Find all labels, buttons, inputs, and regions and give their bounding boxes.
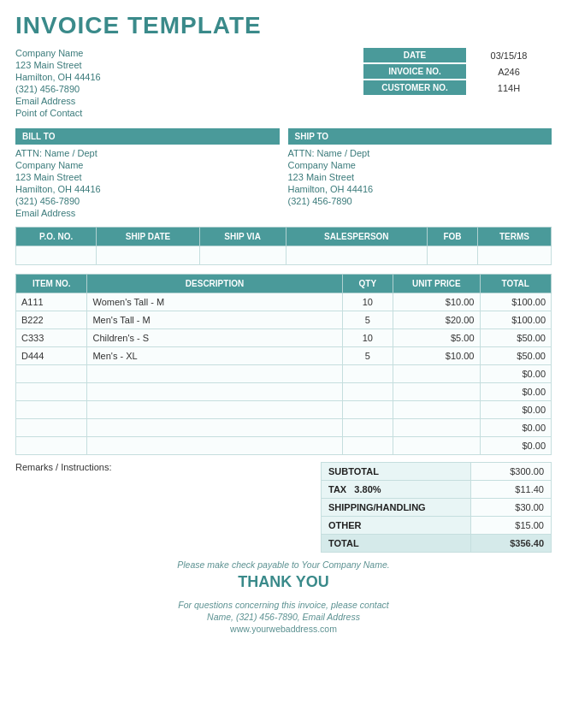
contact-details: Name, (321) 456-7890, Email Address (15, 612, 552, 622)
item-unit-price-cell (393, 401, 480, 419)
item-qty-cell (342, 437, 393, 455)
shipping-value: $30.00 (471, 499, 552, 517)
po-no-header: P.O. NO. (16, 228, 97, 246)
item-no-cell: B222 (16, 311, 87, 329)
description-header: DESCRIPTION (87, 275, 342, 293)
total-label: TOTAL (322, 535, 471, 553)
remarks-section: Remarks / Instructions: (15, 462, 321, 553)
item-unit-price-cell (393, 383, 480, 401)
total-header: TOTAL (480, 275, 552, 293)
item-qty-cell: 10 (342, 293, 393, 311)
bill-to-header: BILL TO (15, 128, 280, 145)
item-row: $0.00 (16, 437, 552, 455)
item-total-cell: $0.00 (480, 365, 552, 383)
ship-to-section: SHIP TO ATTN: Name / Dept Company Name 1… (288, 128, 552, 220)
totals-section: SUBTOTAL $300.00 TAX 3.80% $11.40 SHIPPI… (321, 462, 552, 553)
item-total-cell: $50.00 (480, 329, 552, 347)
tax-label: TAX 3.80% (322, 481, 471, 499)
item-total-cell: $0.00 (480, 383, 552, 401)
item-total-cell: $0.00 (480, 437, 552, 455)
item-qty-cell (342, 419, 393, 437)
item-desc-cell: Children's - S (87, 329, 342, 347)
ship-company: Company Name (288, 160, 552, 170)
company-email: Email Address (15, 96, 101, 106)
item-desc-cell: Men's Tall - M (87, 311, 342, 329)
subtotal-row: SUBTOTAL $300.00 (322, 463, 552, 481)
payable-note: Please make check payable to Your Compan… (15, 559, 552, 570)
customer-no-row: CUSTOMER NO. 114H (363, 80, 552, 95)
ship-date-header: SHIP DATE (97, 228, 199, 246)
invoice-no-row: INVOICE NO. A246 (363, 64, 552, 79)
company-info: Company Name 123 Main Street Hamilton, O… (15, 48, 101, 120)
company-address2: Hamilton, OH 44416 (15, 72, 101, 82)
bill-to-address: ATTN: Name / Dept Company Name 123 Main … (15, 148, 280, 218)
thank-you: THANK YOU (15, 573, 552, 591)
bill-address1: 123 Main Street (15, 172, 280, 182)
shipping-label: SHIPPING/HANDLING (322, 499, 471, 517)
terms-header: TERMS (477, 228, 551, 246)
invoice-title: INVOICE TEMPLATE (15, 12, 552, 39)
item-total-cell: $100.00 (480, 293, 552, 311)
item-qty-cell (342, 401, 393, 419)
item-desc-cell (87, 365, 342, 383)
ship-phone: (321) 456-7890 (288, 196, 552, 206)
shipping-row: SHIPPING/HANDLING $30.00 (322, 499, 552, 517)
item-row: $0.00 (16, 401, 552, 419)
customer-no-label: CUSTOMER NO. (363, 80, 466, 95)
other-row: OTHER $15.00 (322, 517, 552, 535)
item-total-cell: $0.00 (480, 419, 552, 437)
item-row: $0.00 (16, 383, 552, 401)
item-desc-cell (87, 437, 342, 455)
po-no-cell (16, 246, 97, 265)
item-qty-cell: 10 (342, 329, 393, 347)
po-table: P.O. NO. SHIP DATE SHIP VIA SALESPERSON … (15, 227, 552, 265)
item-qty-cell (342, 383, 393, 401)
tax-rate: 3.80% (354, 484, 381, 494)
item-total-cell: $0.00 (480, 401, 552, 419)
item-unit-price-cell: $20.00 (393, 311, 480, 329)
bill-attn: ATTN: Name / Dept (15, 148, 280, 158)
item-unit-price-cell: $5.00 (393, 329, 480, 347)
item-row: $0.00 (16, 419, 552, 437)
item-row: C333 Children's - S 10 $5.00 $50.00 (16, 329, 552, 347)
qty-header: QTY (342, 275, 393, 293)
bill-email: Email Address (15, 208, 280, 218)
item-unit-price-cell: $10.00 (393, 347, 480, 365)
item-qty-cell: 5 (342, 347, 393, 365)
ship-via-header: SHIP VIA (199, 228, 286, 246)
company-contact: Point of Contact (15, 108, 101, 118)
invoice-no-value: A246 (466, 65, 552, 79)
item-row: D444 Men's - XL 5 $10.00 $50.00 (16, 347, 552, 365)
total-value: $356.40 (471, 535, 552, 553)
date-row: DATE 03/15/18 (363, 48, 552, 62)
bill-address2: Hamilton, OH 44416 (15, 184, 280, 194)
item-row: A111 Women's Tall - M 10 $10.00 $100.00 (16, 293, 552, 311)
item-no-cell (16, 365, 87, 383)
item-no-cell: C333 (16, 329, 87, 347)
invoice-meta: DATE 03/15/18 INVOICE NO. A246 CUSTOMER … (363, 48, 552, 120)
company-name: Company Name (15, 48, 101, 58)
remarks-label: Remarks / Instructions: (15, 462, 312, 472)
item-total-cell: $100.00 (480, 311, 552, 329)
item-unit-price-cell (393, 365, 480, 383)
po-row (16, 246, 552, 265)
date-label: DATE (363, 48, 466, 62)
company-address1: 123 Main Street (15, 60, 101, 70)
item-desc-cell (87, 401, 342, 419)
customer-no-value: 114H (466, 81, 552, 95)
item-desc-cell (87, 419, 342, 437)
date-value: 03/15/18 (466, 49, 552, 62)
salesperson-cell (286, 246, 427, 265)
ship-address2: Hamilton, OH 44416 (288, 184, 552, 194)
item-total-cell: $50.00 (480, 347, 552, 365)
item-desc-cell: Women's Tall - M (87, 293, 342, 311)
bottom-section: Remarks / Instructions: SUBTOTAL $300.00… (15, 462, 552, 553)
invoice-no-label: INVOICE NO. (363, 64, 466, 79)
bill-phone: (321) 456-7890 (15, 196, 280, 206)
bill-to-section: BILL TO ATTN: Name / Dept Company Name 1… (15, 128, 280, 220)
item-desc-cell (87, 383, 342, 401)
company-phone: (321) 456-7890 (15, 84, 101, 94)
bill-company: Company Name (15, 160, 280, 170)
other-value: $15.00 (471, 517, 552, 535)
item-row: B222 Men's Tall - M 5 $20.00 $100.00 (16, 311, 552, 329)
